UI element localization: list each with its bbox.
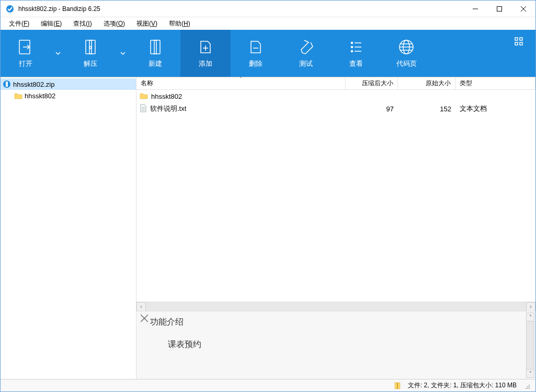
svg-rect-8	[151, 40, 160, 54]
scroll-left-icon[interactable]: ‹	[136, 302, 146, 312]
tool-codepage[interactable]: 代码页	[381, 30, 431, 77]
titlebar: hhsskt802.zip - Bandizip 6.25	[1, 1, 535, 17]
folder-icon	[140, 92, 148, 101]
svg-point-0	[6, 5, 14, 13]
svg-point-12	[351, 51, 353, 52]
list-item[interactable]: 软件说明.txt 97 152 文本文档	[136, 102, 535, 115]
tree-child-label: hhsskt802	[25, 92, 55, 100]
svg-rect-9	[154, 40, 156, 54]
col-compressed[interactable]: 压缩后大小	[346, 77, 398, 89]
scroll-down-icon[interactable]: ˅	[527, 369, 534, 377]
minimize-button[interactable]	[463, 1, 487, 17]
resize-grip-icon[interactable]	[523, 382, 530, 389]
text-file-icon	[140, 104, 147, 114]
item-compressed: 97	[346, 105, 398, 113]
col-name[interactable]: ˅ 名称	[136, 77, 346, 89]
list-item[interactable]: hhsskt802	[136, 90, 535, 102]
menu-edit[interactable]: 编辑(E)	[38, 18, 65, 29]
tool-extract[interactable]: 解压	[65, 30, 116, 77]
globe-icon	[397, 38, 415, 56]
svg-rect-33	[397, 383, 398, 389]
window-title: hhsskt802.zip - Bandizip 6.25	[18, 5, 100, 13]
main-area: hhsskt802.zip hhsskt802 ˅ 名称 压缩后大小 原始大小 …	[1, 77, 535, 379]
column-headers: ˅ 名称 压缩后大小 原始大小 类型	[136, 77, 535, 90]
statusbar: 文件: 2, 文件夹: 1, 压缩包大小: 110 MB	[1, 379, 535, 391]
svg-rect-23	[515, 42, 518, 45]
col-original[interactable]: 原始大小	[398, 77, 455, 89]
tree-root-label: hhsskt802.zip	[13, 80, 55, 88]
tool-open[interactable]: 打开	[1, 30, 51, 77]
archive-icon	[393, 382, 402, 390]
svg-point-10	[351, 42, 353, 44]
item-name: hhsskt802	[151, 93, 182, 100]
maximize-button[interactable]	[487, 1, 511, 17]
menu-view[interactable]: 视图(V)	[133, 18, 161, 29]
svg-rect-22	[520, 38, 522, 40]
col-type[interactable]: 类型	[455, 77, 535, 89]
scroll-right-icon[interactable]: ›	[526, 302, 535, 312]
open-icon	[17, 38, 35, 56]
item-type: 文本文档	[455, 104, 535, 113]
tool-add[interactable]: 添加	[180, 30, 231, 77]
svg-point-37	[526, 388, 527, 389]
app-icon	[6, 5, 14, 13]
svg-point-34	[529, 385, 530, 386]
add-icon	[197, 38, 214, 56]
sort-indicator-icon: ˅	[240, 76, 242, 82]
status-text: 文件: 2, 文件夹: 1, 压缩包大小: 110 MB	[408, 381, 517, 390]
svg-point-7	[89, 47, 92, 49]
menu-options[interactable]: 选项(O)	[100, 18, 128, 29]
menubar: 文件(F) 编辑(E) 查找(I) 选项(O) 视图(V) 帮助(H)	[1, 17, 535, 30]
close-button[interactable]	[511, 1, 535, 17]
toolbar: 打开 解压 新建 添加 删除	[1, 30, 535, 77]
scroll-track[interactable]	[146, 302, 526, 312]
svg-point-36	[529, 386, 530, 387]
right-panel: ˅ 名称 压缩后大小 原始大小 类型 hhsskt802	[136, 77, 535, 379]
archive-icon	[3, 80, 11, 88]
horizontal-scrollbar[interactable]: ‹ ›	[136, 302, 535, 311]
view-icon	[347, 38, 365, 56]
file-list: hhsskt802 软件说明.txt 97 152 文本文档	[136, 90, 535, 302]
tree-root[interactable]: hhsskt802.zip	[1, 78, 136, 90]
svg-rect-26	[6, 82, 8, 87]
menu-file[interactable]: 文件(F)	[6, 18, 32, 29]
tree-panel: hhsskt802.zip hhsskt802	[1, 77, 136, 379]
vertical-scrollbar[interactable]: ˄ ˅	[526, 313, 534, 378]
svg-rect-5	[86, 40, 95, 54]
svg-point-38	[527, 388, 528, 389]
info-title: 功能介绍	[150, 317, 526, 328]
item-original: 152	[398, 105, 455, 113]
delete-icon	[247, 38, 265, 56]
tool-view[interactable]: 查看	[331, 30, 381, 77]
tool-delete[interactable]: 删除	[231, 30, 281, 77]
menu-find[interactable]: 查找(I)	[70, 18, 95, 29]
app-window: hhsskt802.zip - Bandizip 6.25 文件(F) 编辑(E…	[0, 0, 536, 392]
new-icon	[146, 38, 164, 56]
info-panel: 功能介绍 课表预约 ˄ ˅	[136, 311, 535, 379]
svg-point-35	[527, 386, 528, 387]
tool-extract-dropdown[interactable]	[116, 30, 130, 77]
menu-help[interactable]: 帮助(H)	[166, 18, 193, 29]
tool-open-dropdown[interactable]	[51, 30, 65, 77]
test-icon	[297, 38, 315, 56]
scroll-track[interactable]	[527, 321, 534, 369]
tool-new[interactable]: 新建	[130, 30, 180, 77]
panel-close-icon[interactable]	[141, 315, 148, 322]
svg-point-11	[351, 47, 353, 48]
extract-icon	[82, 38, 99, 56]
info-sub: 课表预约	[168, 339, 526, 350]
svg-point-39	[529, 388, 530, 389]
item-name: 软件说明.txt	[150, 104, 186, 113]
svg-rect-21	[515, 38, 518, 40]
folder-icon	[14, 91, 22, 100]
apps-icon[interactable]	[515, 37, 524, 49]
scroll-up-icon[interactable]: ˄	[527, 313, 534, 321]
svg-rect-24	[520, 42, 522, 45]
tree-child[interactable]: hhsskt802	[1, 90, 136, 101]
tool-test[interactable]: 测试	[281, 30, 331, 77]
